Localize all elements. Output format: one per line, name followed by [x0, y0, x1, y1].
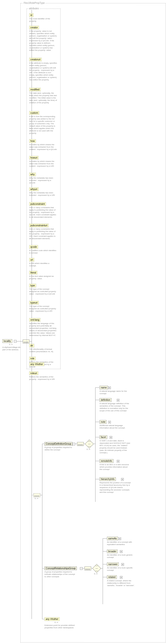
attribute-howuri: howuri — [29, 156, 39, 160]
expand-icon[interactable]: + — [117, 399, 119, 402]
group-desc: A group of properties required to indica… — [45, 571, 76, 578]
element-desc: A link to an item or a web resource whic… — [100, 464, 131, 471]
attribute-creator: creator — [29, 26, 39, 29]
attribute-pubconstrainturi: pubconstrainturi — [29, 224, 49, 227]
attribute-dir: dir — [29, 344, 34, 348]
expand-icon[interactable]: + — [108, 421, 111, 424]
any-attribute: any ##other — [29, 362, 44, 366]
group-conceptrelationships: ConceptRelationshipsGroup — [45, 566, 77, 570]
attribute-custom: custom — [29, 111, 39, 115]
expand-icon[interactable]: + — [121, 563, 124, 566]
attribute-qcode: qcode — [29, 245, 38, 249]
attribute-desc: The local identifier of the property. — [29, 18, 57, 22]
attribute-creatoruri: creatoruri — [29, 58, 42, 61]
connector — [101, 568, 103, 568]
connector — [95, 422, 100, 422]
element-desc: An identifier of a more generic concept. — [107, 554, 138, 559]
element-desc: Additional natural language information … — [100, 424, 131, 429]
expand-icon[interactable]: - — [80, 567, 82, 570]
any-label: any ##other — [46, 618, 58, 620]
connector — [103, 577, 107, 577]
group-conceptdefinition: ConceptDefinitionGroup — [45, 442, 72, 446]
any-element: any ##other — [45, 617, 60, 621]
attribute-desc: The type of the concept assigned as cont… — [29, 305, 57, 312]
element-remoteInfo: remoteInfo — [100, 459, 113, 463]
element-cnote: note — [100, 420, 107, 424]
attribute-role: role — [29, 357, 36, 360]
connector — [103, 538, 103, 604]
connector — [95, 437, 100, 437]
element-desc: A city/town/village etc. part of the add… — [3, 346, 22, 351]
attribute-desc: Specifies the language of this property … — [29, 322, 57, 337]
connector — [42, 568, 45, 568]
attribute-desc: A qualified code which identifies a conc… — [29, 250, 57, 254]
attribute-desc: Why the metadata has been included - exp… — [29, 177, 57, 184]
element-desc: Represents the position of a concept in … — [100, 482, 131, 494]
attribute-literal: literal — [29, 271, 37, 274]
any-desc: Extension point for provider-defined pro… — [45, 624, 76, 629]
attribute-uri: uri — [29, 258, 34, 262]
element-desc: An identifier of a more specific concept… — [107, 567, 138, 572]
element-related: related — [107, 575, 117, 579]
occurrence: 0..∞ — [55, 621, 58, 624]
element-cname: name — [100, 386, 108, 389]
expand-icon[interactable]: + — [120, 576, 123, 579]
connector — [42, 619, 45, 619]
expand-icon[interactable]: - — [14, 340, 17, 342]
sequence-icon — [77, 442, 84, 446]
expand-icon[interactable]: + — [118, 538, 121, 540]
element-broader: broader — [107, 550, 118, 553]
expand-icon[interactable]: - — [72, 443, 75, 446]
expand-icon[interactable]: + — [121, 478, 124, 481]
connector — [103, 551, 107, 552]
expand-icon[interactable]: + — [110, 436, 112, 439]
attribute-modified: modified — [29, 88, 41, 91]
connector — [93, 444, 95, 444]
sequence-icon — [34, 493, 40, 497]
occurrence: 0..∞ — [35, 497, 38, 500]
attribute-desc: A free-text value assigned as property: … — [29, 275, 57, 280]
attribute-desc: One or many constraints that apply to pu… — [29, 228, 57, 240]
connector — [95, 400, 100, 400]
connector — [42, 444, 45, 444]
attribute-desc: If the attribute is empty, specifies whi… — [29, 62, 57, 81]
element-hierarchyInfo: hierarchyInfo — [100, 477, 116, 481]
connector — [95, 479, 100, 479]
attribute-desc: The type of the concept assigned as cont… — [29, 288, 57, 295]
attribute-id: id — [29, 13, 34, 17]
connector — [95, 388, 100, 388]
expand-icon[interactable]: + — [120, 550, 123, 553]
occurrence: 0..∞ — [9, 343, 13, 346]
connector — [75, 444, 77, 444]
connector — [42, 444, 42, 619]
attributes-label: attributes — [28, 7, 39, 10]
element-narrower: narrower — [107, 562, 119, 566]
element-label: locality — [4, 340, 11, 342]
attribute-desc: Indicates by which means the value was e… — [29, 144, 57, 151]
element-sameAs: sameAs — [107, 537, 118, 540]
element-desc: A natural language name for the concept. — [100, 390, 131, 395]
attribute-why: why — [29, 172, 36, 176]
element-desc: A related concept, where the relationshi… — [107, 580, 138, 587]
attribute-desc: If set to true the corresponding propert… — [29, 116, 57, 134]
occurrence: 0..∞ — [94, 573, 98, 575]
type-label: Flex1RolePropType — [23, 2, 45, 4]
sequence-icon — [85, 566, 91, 570]
attribute-roleuri: roleuri — [29, 372, 38, 375]
group-desc: A group of properties required to define… — [45, 446, 73, 451]
attribute-desc: Why the metadata has been included - exp… — [29, 192, 57, 196]
attribute-typeuri: typeuri — [29, 301, 39, 304]
expand-icon[interactable]: + — [108, 386, 111, 389]
any-label: any ##other — [30, 363, 43, 366]
connector — [40, 495, 42, 495]
element-desc: A natural language definition of the sem… — [100, 402, 131, 412]
attribute-how: how — [29, 139, 36, 143]
attribute-whyuri: whyuri — [29, 188, 39, 191]
element-desc: An identifier of a concept with equivale… — [107, 541, 138, 546]
expand-icon[interactable]: + — [117, 460, 119, 462]
attribute-type: type — [29, 284, 36, 287]
attribute-desc: A URI which identifies a concept. — [29, 262, 57, 267]
element-definition: definition — [100, 398, 112, 402]
element-locality: locality — [3, 339, 12, 343]
attribute-xmllang: xml:lang — [29, 318, 40, 322]
